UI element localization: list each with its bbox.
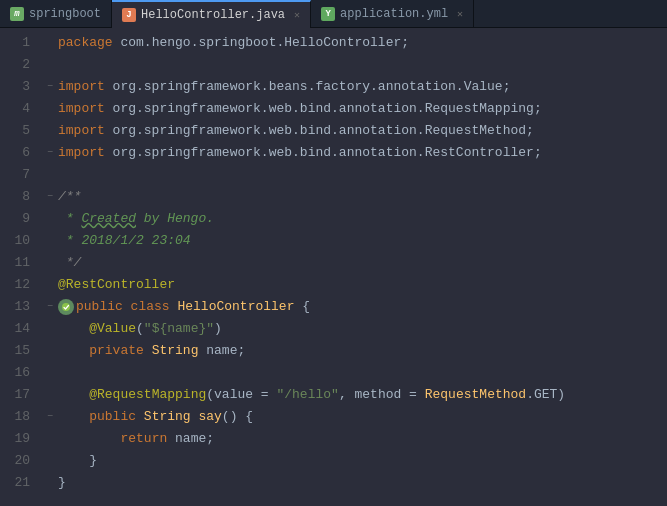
fold-11[interactable] (44, 257, 56, 269)
code-line-7 (42, 164, 667, 186)
tab-hellocontroller[interactable]: J HelloController.java ✕ (112, 0, 311, 28)
fold-8[interactable]: − (44, 191, 56, 203)
code-line-11: */ (42, 252, 667, 274)
code-line-2 (42, 54, 667, 76)
code-line-6: − import org.springframework.web.bind.an… (42, 142, 667, 164)
editor: 1 2 3 4 5 6 7 8 9 10 11 12 13 14 15 16 1… (0, 28, 667, 506)
fold-20[interactable] (44, 455, 56, 467)
code-line-14: @Value("${name}") (42, 318, 667, 340)
bean-icon (58, 299, 74, 315)
code-line-12: @RestController (42, 274, 667, 296)
tab-application-close[interactable]: ✕ (457, 8, 463, 20)
tab-springboot-label: springboot (29, 7, 101, 21)
fold-1[interactable] (44, 37, 56, 49)
fold-13[interactable]: − (44, 301, 56, 313)
springboot-icon: m (10, 7, 24, 21)
code-line-4: import org.springframework.web.bind.anno… (42, 98, 667, 120)
tab-hellocontroller-close[interactable]: ✕ (294, 9, 300, 21)
code-line-20: } (42, 450, 667, 472)
tab-bar: m springboot J HelloController.java ✕ Y … (0, 0, 667, 28)
code-line-5: import org.springframework.web.bind.anno… (42, 120, 667, 142)
line-numbers: 1 2 3 4 5 6 7 8 9 10 11 12 13 14 15 16 1… (0, 28, 38, 506)
fold-3[interactable]: − (44, 81, 56, 93)
code-line-19: return name; (42, 428, 667, 450)
tab-application[interactable]: Y application.yml ✕ (311, 0, 474, 28)
code-line-10: * 2018/1/2 23:04 (42, 230, 667, 252)
code-line-1: package com.hengo.springboot.HelloContro… (42, 32, 667, 54)
code-line-18: − public String say() { (42, 406, 667, 428)
code-line-13: − public class HelloController { (42, 296, 667, 318)
code-area[interactable]: package com.hengo.springboot.HelloContro… (38, 28, 667, 506)
svg-point-0 (62, 303, 70, 311)
tab-springboot[interactable]: m springboot (0, 0, 112, 28)
tab-application-label: application.yml (340, 7, 448, 21)
fold-21[interactable] (44, 477, 56, 489)
code-line-21: } (42, 472, 667, 494)
code-line-15: private String name; (42, 340, 667, 362)
code-line-16 (42, 362, 667, 384)
fold-6[interactable]: − (44, 147, 56, 159)
code-line-9: * Created by Hengo. (42, 208, 667, 230)
yaml-icon: Y (321, 7, 335, 21)
tab-hellocontroller-label: HelloController.java (141, 8, 285, 22)
code-line-8: − /** (42, 186, 667, 208)
java-icon: J (122, 8, 136, 22)
fold-18[interactable]: − (44, 411, 56, 423)
code-line-3: − import org.springframework.beans.facto… (42, 76, 667, 98)
code-line-17: @RequestMapping(value = "/hello", method… (42, 384, 667, 406)
